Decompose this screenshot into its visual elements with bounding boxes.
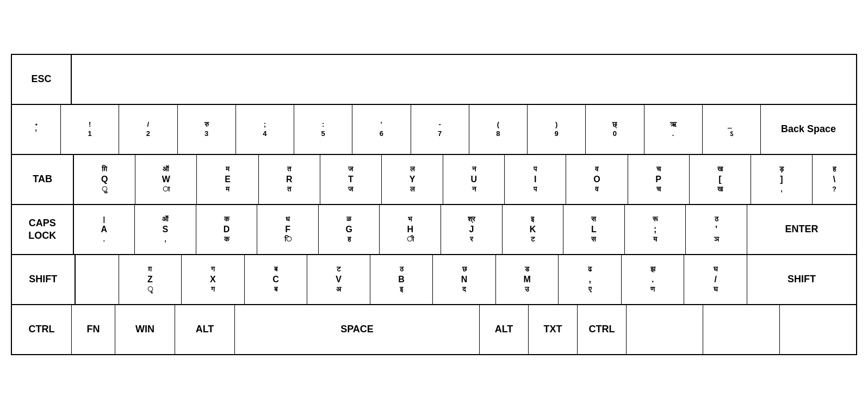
fn-label: FN bbox=[87, 323, 100, 336]
key-b[interactable]: ठ B इ bbox=[370, 255, 433, 304]
backspace-key[interactable]: Back Space bbox=[761, 105, 856, 154]
ctrl-empty2 bbox=[703, 305, 780, 354]
ctrl-left-key[interactable]: CTRL bbox=[12, 305, 72, 354]
key-y[interactable]: ल Y ल bbox=[382, 155, 443, 204]
esc-row: ESC bbox=[12, 55, 856, 105]
key-4[interactable]: ; 4 bbox=[236, 105, 294, 154]
shift-left-key[interactable]: SHIFT bbox=[12, 255, 76, 304]
key-bracket-right[interactable]: ड़ ] , bbox=[751, 155, 813, 204]
win-label: WIN bbox=[135, 323, 154, 336]
key-2[interactable]: / 2 bbox=[119, 105, 177, 154]
tab-key[interactable]: TAB bbox=[12, 155, 74, 204]
key-v[interactable]: ट V अ bbox=[307, 255, 370, 304]
key-0[interactable]: छ् 0 bbox=[586, 105, 644, 154]
key-quote[interactable]: ठ ' ञ bbox=[686, 205, 747, 254]
key-q[interactable]: ग़ि Q ु bbox=[74, 155, 135, 204]
key-s[interactable]: ऑ S , bbox=[135, 205, 196, 254]
ctrl-left-label: CTRL bbox=[29, 323, 55, 336]
key-z[interactable]: ग़ Z ृ bbox=[119, 255, 182, 304]
alt-left-key[interactable]: ALT bbox=[175, 305, 235, 354]
key-period[interactable]: झ . ण bbox=[622, 255, 685, 304]
key-c[interactable]: ब C ब bbox=[245, 255, 308, 304]
key-backslash[interactable]: ह \ ? bbox=[813, 155, 856, 204]
key-o[interactable]: व O व bbox=[566, 155, 628, 204]
caps-label: CAPSLOCK bbox=[28, 217, 56, 243]
key-8[interactable]: ( 8 bbox=[469, 105, 528, 154]
caps-lock-key[interactable]: CAPSLOCK bbox=[12, 205, 74, 254]
txt-key[interactable]: TXT bbox=[529, 305, 578, 354]
key-u[interactable]: न U न bbox=[443, 155, 505, 204]
ctrl-right-key[interactable]: CTRL bbox=[578, 305, 627, 354]
key-t[interactable]: ज T ज bbox=[320, 155, 382, 204]
key-i[interactable]: प I प bbox=[505, 155, 566, 204]
key-e[interactable]: म E म bbox=[197, 155, 258, 204]
esc-key[interactable]: ESC bbox=[12, 55, 72, 104]
backspace-label: Back Space bbox=[781, 123, 836, 135]
win-key[interactable]: WIN bbox=[115, 305, 175, 354]
keyboard-layout: ESC ॰ ॑ ! 1 / 2 रु 3 ; 4 : 5 ' bbox=[11, 54, 857, 355]
key-3[interactable]: रु 3 bbox=[178, 105, 236, 154]
shift-empty-key bbox=[76, 255, 119, 304]
key-k[interactable]: इ K ट bbox=[503, 205, 564, 254]
backtick-key[interactable]: ॰ ॑ bbox=[12, 105, 61, 154]
key-6[interactable]: ' 6 bbox=[352, 105, 411, 154]
key-w[interactable]: ऑ W ा bbox=[135, 155, 197, 204]
shift-right-label: SHIFT bbox=[788, 273, 816, 286]
key-9[interactable]: ) 9 bbox=[528, 105, 586, 154]
tab-row: TAB ग़ि Q ु ऑ W ा म E म त R त ज T ज ल bbox=[12, 155, 856, 205]
tab-label: TAB bbox=[33, 173, 52, 185]
space-key[interactable]: SPACE bbox=[235, 305, 480, 354]
esc-empty bbox=[72, 55, 856, 104]
key-f[interactable]: ध F ि bbox=[257, 205, 319, 254]
caps-row: CAPSLOCK | A . ऑ S , क D क ध F ि ळ G ह भ bbox=[12, 205, 856, 255]
alt-right-key[interactable]: ALT bbox=[480, 305, 529, 354]
ctrl-right-label: CTRL bbox=[589, 323, 615, 336]
space-label: SPACE bbox=[340, 323, 374, 336]
enter-key[interactable]: ENTER bbox=[747, 205, 856, 254]
key-g[interactable]: ळ G ह bbox=[319, 205, 380, 254]
key-semicolon[interactable]: रू ; य bbox=[625, 205, 686, 254]
key-slash[interactable]: घ / घ bbox=[684, 255, 747, 304]
key-r[interactable]: त R त bbox=[259, 155, 320, 204]
number-row: ॰ ॑ ! 1 / 2 रु 3 ; 4 : 5 ' 6 - 7 bbox=[12, 105, 856, 155]
key-d[interactable]: क D क bbox=[196, 205, 258, 254]
enter-label: ENTER bbox=[785, 223, 818, 236]
key-bracket-left[interactable]: ख [ ख bbox=[690, 155, 751, 204]
esc-label: ESC bbox=[31, 73, 51, 85]
key-7[interactable]: - 7 bbox=[411, 105, 469, 154]
alt-left-label: ALT bbox=[196, 323, 214, 336]
key-n[interactable]: छ N द bbox=[433, 255, 496, 304]
key-1[interactable]: ! 1 bbox=[61, 105, 119, 154]
key-equals[interactable]: ॒ ऽ bbox=[703, 105, 761, 154]
key-x[interactable]: ग X ग bbox=[182, 255, 245, 304]
key-p[interactable]: च P च bbox=[628, 155, 690, 204]
key-minus[interactable]: ऋ . bbox=[644, 105, 703, 154]
key-comma[interactable]: ढ , ए bbox=[559, 255, 622, 304]
shift-left-label: SHIFT bbox=[29, 273, 57, 286]
txt-label: TXT bbox=[544, 323, 562, 336]
ctrl-empty3 bbox=[780, 305, 856, 354]
fn-key[interactable]: FN bbox=[72, 305, 115, 354]
alt-right-label: ALT bbox=[495, 323, 513, 336]
key-5[interactable]: : 5 bbox=[294, 105, 352, 154]
ctrl-empty1 bbox=[627, 305, 703, 354]
shift-right-key[interactable]: SHIFT bbox=[747, 255, 856, 304]
shift-row: SHIFT ग़ Z ृ ग X ग ब C ब ट V अ ठ B इ bbox=[12, 255, 856, 305]
key-h[interactable]: भ H ी bbox=[380, 205, 441, 254]
key-a[interactable]: | A . bbox=[74, 205, 135, 254]
key-l[interactable]: स L स bbox=[563, 205, 625, 254]
key-m[interactable]: ड M उ bbox=[496, 255, 559, 304]
key-j[interactable]: श्र J र bbox=[441, 205, 503, 254]
backtick-top: ॰ bbox=[35, 120, 38, 129]
ctrl-row: CTRL FN WIN ALT SPACE ALT TXT CTRL bbox=[12, 305, 856, 354]
